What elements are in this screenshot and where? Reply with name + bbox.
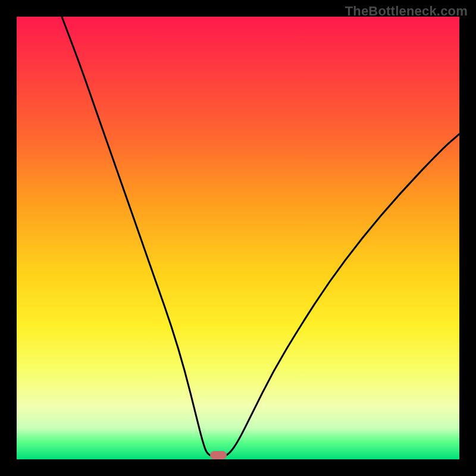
chart-frame: TheBottleneck.com	[0, 0, 476, 476]
optimal-point-marker	[210, 451, 227, 459]
bottleneck-curve	[17, 17, 459, 459]
plot-area	[17, 17, 459, 459]
